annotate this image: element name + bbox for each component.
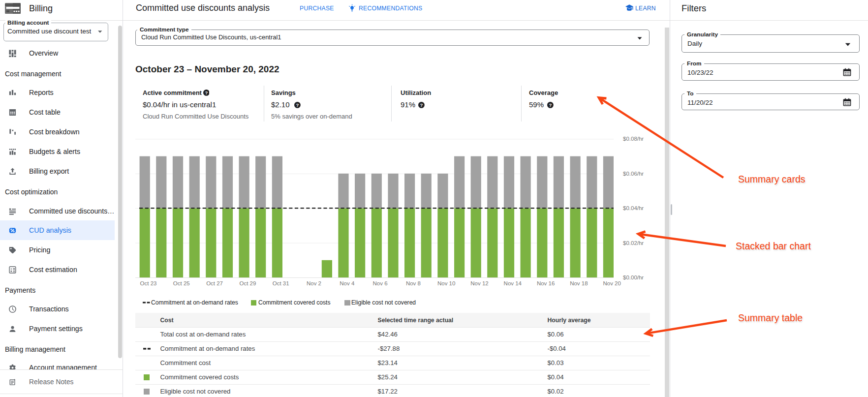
svg-text:Oct 31: Oct 31	[273, 280, 289, 286]
svg-text:Nov 10: Nov 10	[437, 280, 455, 286]
svg-text:$0.04/hr: $0.04/hr	[623, 205, 644, 211]
svg-text:Oct 27: Oct 27	[206, 280, 223, 286]
svg-text:Nov 14: Nov 14	[504, 280, 522, 286]
svg-text:Nov 6: Nov 6	[373, 280, 388, 286]
svg-text:$0.08/hr: $0.08/hr	[623, 136, 644, 142]
svg-text:Nov 8: Nov 8	[406, 280, 421, 286]
svg-text:Nov 16: Nov 16	[537, 280, 555, 286]
svg-text:Nov 4: Nov 4	[340, 280, 355, 286]
svg-text:$0.06/hr: $0.06/hr	[623, 171, 644, 177]
svg-text:Oct 23: Oct 23	[140, 280, 157, 286]
svg-text:$0.02/hr: $0.02/hr	[623, 240, 644, 246]
svg-text:Oct 25: Oct 25	[173, 280, 190, 286]
svg-text:$0.00/hr: $0.00/hr	[623, 275, 644, 280]
svg-text:Nov 18: Nov 18	[570, 280, 588, 286]
svg-text:Oct 29: Oct 29	[239, 280, 256, 286]
svg-text:Nov 2: Nov 2	[307, 280, 321, 286]
svg-text:Nov 20: Nov 20	[603, 280, 620, 286]
svg-text:Nov 12: Nov 12	[470, 280, 488, 286]
